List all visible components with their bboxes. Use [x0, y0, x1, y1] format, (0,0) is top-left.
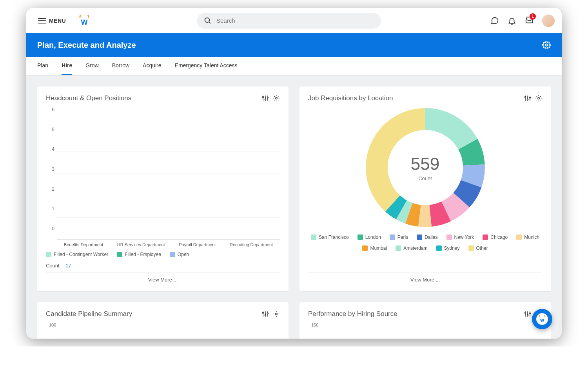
assistant-fab[interactable]: W: [532, 309, 552, 329]
donut-center-label: Count: [418, 175, 432, 181]
search-icon: [204, 16, 212, 25]
tab-emergency-talent-access[interactable]: Emergency Talent Access: [175, 57, 238, 75]
legend-item[interactable]: Dallas: [417, 234, 437, 240]
app-logo[interactable]: W: [78, 15, 90, 27]
count-summary: Count 17: [46, 263, 280, 269]
legend-item[interactable]: London: [358, 234, 381, 240]
avatar[interactable]: [542, 14, 555, 27]
notification-badge: 1: [530, 13, 536, 20]
count-value: 17: [65, 263, 71, 269]
x-tick: Payroll Department: [179, 242, 216, 247]
svg-text:W: W: [81, 18, 88, 26]
svg-point-17: [538, 97, 540, 99]
svg-line-2: [209, 22, 210, 23]
settings-sliders-icon[interactable]: [524, 95, 531, 102]
tab-acquire[interactable]: Acquire: [143, 57, 161, 75]
legend-item[interactable]: Mumbai: [362, 245, 387, 251]
assistant-icon: W: [536, 313, 548, 325]
search-input[interactable]: [216, 17, 374, 24]
chat-icon[interactable]: [490, 16, 499, 25]
search-bar[interactable]: [197, 13, 381, 29]
card-title: Performance by Hiring Source: [308, 310, 397, 318]
view-more-link[interactable]: View More ...: [308, 272, 542, 283]
legend-item[interactable]: Sydney: [436, 245, 460, 251]
x-tick: Benefits Department: [64, 242, 103, 247]
topbar: MENU W 1: [26, 8, 562, 33]
legend-item[interactable]: San Francisco: [311, 234, 349, 240]
svg-point-14: [527, 99, 528, 100]
svg-point-34: [267, 313, 269, 314]
gear-icon[interactable]: [542, 41, 551, 49]
card-candidate-pipeline-summary: Candidate Pipeline Summary 100: [37, 302, 289, 339]
gear-icon[interactable]: [535, 95, 542, 102]
svg-point-39: [527, 315, 528, 316]
card-title: Candidate Pipeline Summary: [46, 310, 132, 318]
legend-item[interactable]: Open: [170, 252, 189, 257]
card-headcount-open-positions: Headcount & Open Positions 6543210 Benef…: [37, 87, 289, 291]
tab-plan[interactable]: Plan: [37, 57, 48, 75]
tab-hire[interactable]: Hire: [62, 57, 72, 75]
svg-point-9: [267, 97, 269, 98]
menu-icon: [38, 18, 46, 23]
legend-item[interactable]: Filled - Contingent Worker: [46, 252, 108, 257]
svg-point-3: [545, 44, 548, 46]
svg-point-32: [265, 315, 266, 316]
svg-point-41: [530, 313, 531, 314]
donut-center-value: 559: [411, 154, 439, 174]
legend-item[interactable]: New York: [446, 234, 474, 240]
svg-text:W: W: [540, 318, 544, 323]
svg-point-10: [276, 97, 278, 99]
svg-point-35: [276, 313, 278, 315]
card-performance-by-hiring-source: Performance by Hiring Source 160: [299, 302, 551, 339]
legend-item[interactable]: Chicago: [483, 234, 508, 240]
legend-item[interactable]: Other: [468, 245, 488, 251]
settings-sliders-icon[interactable]: [262, 310, 269, 317]
svg-point-30: [263, 312, 264, 314]
page-header-bar: Plan, Execute and Analyze: [26, 33, 562, 57]
legend-item[interactable]: Filled - Employee: [117, 252, 161, 257]
axis-tick: 100: [49, 323, 280, 327]
svg-point-37: [525, 312, 526, 314]
card-title: Job Requisitions by Location: [308, 94, 393, 102]
card-title: Headcount & Open Positions: [46, 94, 131, 102]
legend-item[interactable]: Amsterdam: [396, 245, 427, 251]
svg-point-7: [265, 99, 266, 100]
page-title: Plan, Execute and Analyze: [37, 41, 136, 50]
settings-sliders-icon[interactable]: [262, 95, 269, 102]
gear-icon[interactable]: [273, 310, 280, 317]
legend-item[interactable]: Paris: [390, 234, 408, 240]
tab-borrow[interactable]: Borrow: [112, 57, 129, 75]
gear-icon[interactable]: [273, 95, 280, 102]
donut-chart[interactable]: 559 Count: [365, 107, 486, 228]
axis-tick: 160: [311, 323, 542, 327]
count-label: Count: [46, 263, 60, 269]
subtabs: PlanHireGrowBorrowAcquireEmergency Talen…: [26, 57, 562, 76]
svg-point-1: [205, 18, 209, 22]
menu-label: MENU: [49, 18, 66, 24]
x-tick: HR Services Department: [117, 242, 165, 247]
svg-point-12: [525, 97, 526, 98]
dashboard-grid: Headcount & Open Positions 6543210 Benef…: [26, 76, 562, 339]
menu-button[interactable]: MENU: [33, 14, 71, 27]
tab-grow[interactable]: Grow: [85, 57, 98, 75]
bell-icon[interactable]: [508, 16, 516, 25]
legend-item[interactable]: Munich: [516, 234, 539, 240]
settings-sliders-icon[interactable]: [524, 310, 531, 317]
svg-point-16: [530, 97, 531, 98]
card-job-requisitions-by-location: Job Requisitions by Location 559 Count S…: [299, 87, 551, 291]
view-more-link[interactable]: View More ...: [46, 272, 280, 283]
x-tick: Recruiting Department: [230, 242, 273, 247]
topbar-actions: 1: [490, 14, 555, 27]
svg-point-5: [263, 97, 264, 98]
inbox-button[interactable]: 1: [525, 16, 534, 26]
